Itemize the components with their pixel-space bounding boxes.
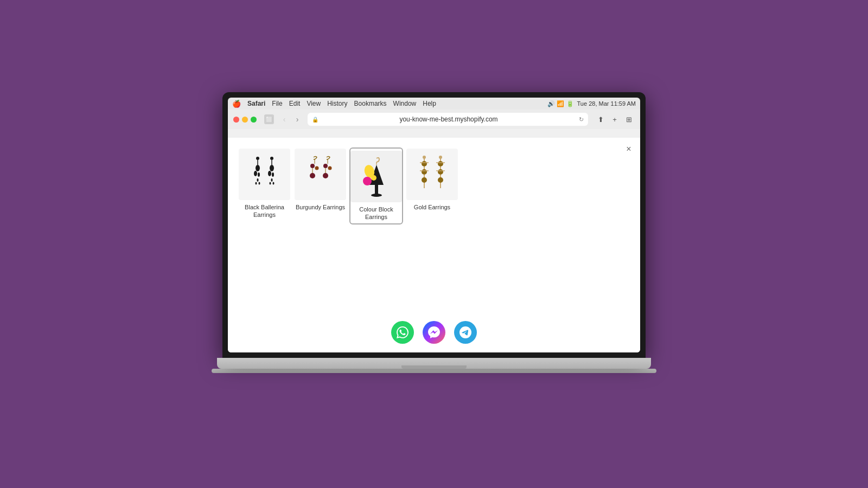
telegram-icon (459, 326, 471, 338)
back-button[interactable]: ‹ (278, 113, 290, 125)
laptop-base (217, 358, 651, 369)
address-bar[interactable]: 🔒 you-know-me-best.myshopify.com ↻ (308, 113, 588, 126)
product-card-colour-block[interactable]: Colour Block Earrings (350, 149, 402, 223)
tab-overview-button[interactable]: ⊞ (623, 113, 635, 125)
menu-edit[interactable]: Edit (289, 100, 301, 107)
menu-help[interactable]: Help (423, 100, 436, 107)
menu-bookmarks[interactable]: Bookmarks (354, 100, 387, 107)
product-image-gold (406, 149, 458, 200)
svg-point-27 (371, 194, 382, 197)
browser-toolbar: ⬜ ‹ › 🔒 you-know-me-best.myshopify.com ↻ (228, 110, 640, 129)
menubar-right: 🔊 📶 🔋 Tue 28, Mar 11:59 AM (547, 100, 636, 107)
share-dialog: × (228, 138, 640, 352)
products-grid: Black BallerinaEarrings (228, 138, 640, 232)
svg-point-15 (272, 182, 274, 184)
product-card-gold[interactable]: Gold Earrings (406, 149, 458, 223)
svg-point-41 (439, 156, 442, 159)
svg-point-42 (438, 161, 443, 166)
product-name-colour-block: Colour Block Earrings (353, 206, 400, 221)
share-button[interactable]: ⬆ (595, 113, 607, 125)
laptop-hinge (401, 365, 467, 369)
whatsapp-share-button[interactable] (391, 321, 414, 344)
social-share-bar (228, 312, 640, 352)
product-image-colour-block (350, 151, 402, 202)
svg-point-6 (255, 182, 257, 184)
messenger-share-button[interactable] (423, 321, 445, 344)
product-card-burgundy[interactable]: Burgundy Earrings (295, 149, 346, 223)
whatsapp-icon (397, 326, 409, 338)
laptop-screen: 🍎 Safari File Edit View History Bookmark… (228, 98, 640, 352)
lock-icon: 🔒 (312, 117, 318, 123)
svg-point-0 (256, 157, 259, 160)
svg-point-13 (271, 178, 272, 182)
svg-point-44 (438, 177, 443, 183)
product-card-black-ballerina[interactable]: Black BallerinaEarrings (239, 149, 290, 223)
svg-point-2 (256, 165, 260, 171)
svg-point-12 (272, 172, 274, 177)
menubar-left: 🍎 Safari File Edit View History Bookmark… (232, 100, 436, 108)
svg-point-17 (310, 164, 315, 168)
svg-point-31 (371, 175, 376, 181)
laptop: 🍎 Safari File Edit View History Bookmark… (217, 92, 651, 396)
menubar-items: File Edit View History Bookmarks Window … (272, 100, 436, 107)
svg-point-37 (422, 177, 427, 183)
menubar-icons: 🔊 📶 🔋 (547, 100, 573, 107)
svg-point-5 (257, 178, 258, 182)
window-controls: ⬜ (264, 114, 274, 124)
telegram-share-button[interactable] (454, 321, 477, 344)
reload-icon[interactable]: ↻ (579, 116, 584, 123)
forward-button[interactable]: › (291, 113, 303, 125)
laptop-foot (212, 369, 656, 373)
menubar-time: Tue 28, Mar 11:59 AM (577, 100, 636, 107)
browser-actions: ⬆ + ⊞ (595, 113, 635, 125)
menu-history[interactable]: History (327, 100, 347, 107)
nav-buttons: ‹ › (278, 113, 303, 125)
svg-point-20 (310, 173, 315, 178)
svg-point-43 (438, 169, 443, 175)
apple-logo-icon: 🍎 (232, 100, 241, 108)
gold-earring-image (413, 153, 451, 196)
menu-file[interactable]: File (272, 100, 282, 107)
svg-point-14 (269, 182, 271, 184)
svg-rect-26 (375, 185, 378, 195)
minimize-traffic-light[interactable] (242, 117, 248, 123)
close-dialog-button[interactable]: × (623, 143, 635, 155)
browser-content: × (228, 138, 640, 352)
sidebar-toggle[interactable]: ⬜ (264, 114, 274, 124)
svg-point-11 (268, 171, 271, 176)
product-name-burgundy: Burgundy Earrings (296, 203, 345, 211)
svg-point-4 (258, 172, 260, 177)
colour-block-earring-image (358, 155, 395, 198)
menubar-app-name: Safari (247, 100, 265, 107)
svg-point-36 (422, 169, 427, 175)
svg-point-30 (363, 177, 372, 185)
maximize-traffic-light[interactable] (251, 117, 257, 123)
close-traffic-light[interactable] (233, 117, 239, 123)
svg-point-3 (254, 171, 257, 176)
menu-window[interactable]: Window (393, 100, 417, 107)
svg-point-8 (270, 157, 273, 160)
svg-point-10 (270, 165, 274, 171)
svg-point-7 (258, 182, 260, 184)
url-text: you-know-me-best.myshopify.com (322, 115, 576, 123)
product-image-black-ballerina (239, 149, 290, 200)
black-ballerina-earring-image (246, 153, 284, 196)
svg-point-34 (423, 156, 426, 159)
screen-bezel: 🍎 Safari File Edit View History Bookmark… (222, 92, 646, 358)
burgundy-earring-image (302, 153, 340, 196)
product-name-gold: Gold Earrings (414, 203, 450, 211)
svg-point-25 (323, 173, 328, 178)
menu-view[interactable]: View (307, 100, 321, 107)
svg-point-22 (323, 164, 328, 168)
svg-point-23 (328, 166, 331, 170)
traffic-lights (233, 117, 257, 123)
product-image-burgundy (295, 149, 346, 200)
menubar: 🍎 Safari File Edit View History Bookmark… (228, 98, 640, 110)
new-tab-button[interactable]: + (609, 113, 621, 125)
svg-point-18 (315, 166, 318, 170)
product-name-black-ballerina: Black BallerinaEarrings (245, 203, 284, 219)
svg-point-35 (422, 161, 427, 166)
browser-chrome: ⬜ ‹ › 🔒 you-know-me-best.myshopify.com ↻ (228, 110, 640, 138)
messenger-icon (428, 326, 440, 338)
